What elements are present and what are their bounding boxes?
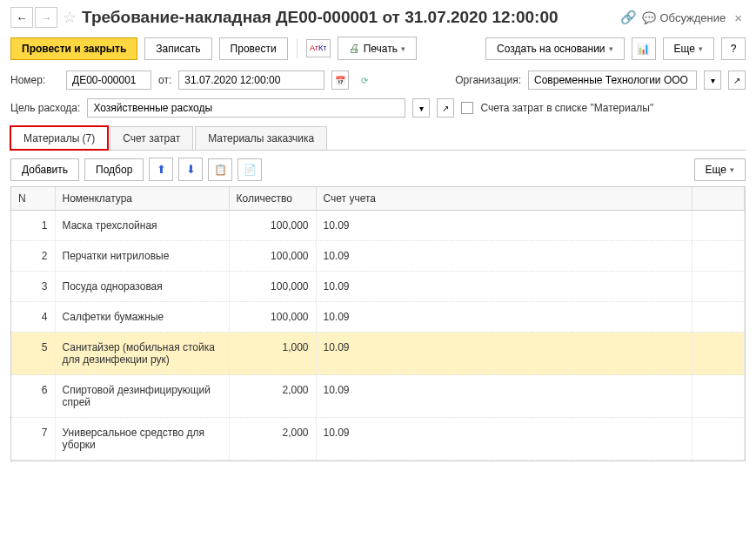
purpose-dropdown-icon[interactable]: ▾ (412, 98, 430, 118)
cell-spacer (692, 302, 745, 333)
cell-n: 4 (11, 302, 55, 333)
form-row-number: Номер: от: 📅 ⟳ Организация: ▾ ↗ (10, 71, 746, 90)
cell-nomenclature: Посуда одноразовая (55, 272, 229, 302)
table-row[interactable]: 7Универсальное средство для уборки2,0001… (11, 418, 745, 461)
form-row-purpose: Цель расхода: ▾ ↗ Счета затрат в списке … (10, 98, 746, 118)
main-toolbar: Провести и закрыть Записать Провести АтК… (10, 37, 746, 60)
chevron-down-icon: ▾ (730, 165, 734, 174)
link-icon[interactable]: 🔗 (620, 10, 637, 25)
table-row[interactable]: 1Маска трехслойная100,00010.09 (11, 211, 745, 241)
post-and-close-button[interactable]: Провести и закрыть (10, 37, 137, 60)
tab-materials[interactable]: Материалы (7) (10, 126, 108, 150)
cell-nomenclature: Маска трехслойная (55, 211, 229, 241)
tabs: Материалы (7) Счет затрат Материалы зака… (10, 126, 746, 151)
chevron-down-icon: ▾ (609, 44, 613, 53)
move-up-button[interactable]: ⬆ (149, 158, 173, 181)
cell-quantity: 100,000 (229, 302, 316, 333)
cell-account: 10.09 (316, 375, 692, 418)
cell-quantity: 2,000 (229, 418, 316, 461)
cell-quantity: 100,000 (229, 211, 316, 241)
paste-button[interactable]: 📄 (238, 158, 262, 181)
chevron-down-icon: ▾ (699, 44, 703, 53)
calendar-icon[interactable]: 📅 (331, 71, 349, 90)
org-label: Организация: (455, 74, 521, 86)
nav-back-button[interactable]: ← (10, 7, 33, 28)
cell-spacer (692, 333, 745, 375)
table-row[interactable]: 3Посуда одноразовая100,00010.09 (11, 272, 745, 302)
cell-n: 5 (11, 333, 55, 375)
select-button[interactable]: Подбор (84, 158, 144, 181)
cell-n: 6 (11, 375, 55, 418)
cell-n: 3 (11, 272, 55, 302)
purpose-label: Цель расхода: (10, 102, 80, 114)
org-open-icon[interactable]: ↗ (728, 71, 746, 90)
accounts-in-list-checkbox[interactable] (461, 102, 473, 114)
table-toolbar: Добавить Подбор ⬆ ⬇ 📋 📄 Еще ▾ (10, 158, 746, 181)
add-row-button[interactable]: Добавить (10, 158, 79, 181)
arrow-up-icon: ⬆ (157, 163, 166, 176)
cell-account: 10.09 (316, 241, 692, 272)
number-label: Номер: (10, 74, 59, 86)
separator (297, 39, 298, 58)
cell-n: 7 (11, 418, 55, 461)
table-more-button[interactable]: Еще ▾ (694, 158, 746, 181)
nav-forward-button[interactable]: → (35, 7, 57, 28)
close-icon[interactable]: × (731, 10, 746, 25)
col-n[interactable]: N (11, 187, 55, 211)
cell-account: 10.09 (316, 272, 692, 302)
date-input[interactable] (178, 71, 324, 90)
col-spacer (692, 187, 745, 211)
col-quantity[interactable]: Количество (229, 187, 316, 211)
materials-table: N Номенклатура Количество Счет учета 1Ма… (10, 186, 746, 461)
accounts-check-label: Счета затрат в списке "Материалы" (480, 102, 653, 114)
cell-n: 2 (11, 241, 55, 272)
cell-nomenclature: Спиртовой дезинфицирующий спрей (55, 375, 229, 418)
cell-spacer (692, 211, 745, 241)
org-input[interactable] (528, 71, 697, 90)
create-based-on-button[interactable]: Создать на основании ▾ (485, 37, 625, 60)
col-nomenclature[interactable]: Номенклатура (55, 187, 229, 211)
table-row[interactable]: 2Перчатки нитриловые100,00010.09 (11, 241, 745, 272)
repost-icon[interactable]: ⟳ (356, 71, 373, 90)
number-input[interactable] (66, 71, 151, 90)
move-down-button[interactable]: ⬇ (178, 158, 203, 181)
arrow-down-icon: ⬇ (186, 163, 196, 176)
chevron-down-icon: ▾ (401, 44, 405, 53)
table-row[interactable]: 4Салфетки бумажные100,00010.09 (11, 302, 745, 333)
discussion-label: Обсуждение (659, 11, 726, 24)
help-button[interactable]: ? (721, 37, 746, 60)
purpose-open-icon[interactable]: ↗ (437, 98, 454, 118)
table-row[interactable]: 5Санитайзер (мобильная стойка для дезинф… (11, 333, 745, 375)
report-button[interactable]: 📊 (632, 37, 656, 60)
cell-quantity: 100,000 (229, 272, 316, 302)
more-label: Еще (674, 43, 695, 55)
document-title: Требование-накладная ДЕ00-000001 от 31.0… (82, 8, 615, 27)
col-account[interactable]: Счет учета (316, 187, 692, 211)
titlebar: ← → ☆ Требование-накладная ДЕ00-000001 о… (10, 7, 746, 28)
printer-icon: 🖨 (349, 42, 360, 55)
post-button[interactable]: Провести (219, 37, 288, 60)
org-dropdown-icon[interactable]: ▾ (704, 71, 721, 90)
save-button[interactable]: Записать (144, 37, 211, 60)
table-row[interactable]: 6Спиртовой дезинфицирующий спрей2,00010.… (11, 375, 745, 418)
cell-account: 10.09 (316, 333, 692, 375)
cell-account: 10.09 (316, 302, 692, 333)
cell-account: 10.09 (316, 418, 692, 461)
cell-account: 10.09 (316, 211, 692, 241)
discussion-button[interactable]: 💬 Обсуждение (642, 11, 726, 24)
tab-customer-materials[interactable]: Материалы заказчика (195, 126, 327, 150)
cell-spacer (692, 375, 745, 418)
cell-quantity: 100,000 (229, 241, 316, 272)
cell-spacer (692, 272, 745, 302)
print-button[interactable]: 🖨 Печать ▾ (338, 37, 417, 60)
dt-kt-button[interactable]: АтКт (306, 39, 331, 57)
tab-accounts[interactable]: Счет затрат (110, 126, 193, 150)
cell-quantity: 1,000 (229, 333, 316, 375)
more-button[interactable]: Еще ▾ (663, 37, 714, 60)
purpose-input[interactable] (87, 98, 405, 118)
cell-spacer (692, 418, 745, 461)
copy-button[interactable]: 📋 (208, 158, 232, 181)
cell-n: 1 (11, 211, 55, 241)
cell-quantity: 2,000 (229, 375, 316, 418)
favorite-star-icon[interactable]: ☆ (63, 8, 77, 27)
